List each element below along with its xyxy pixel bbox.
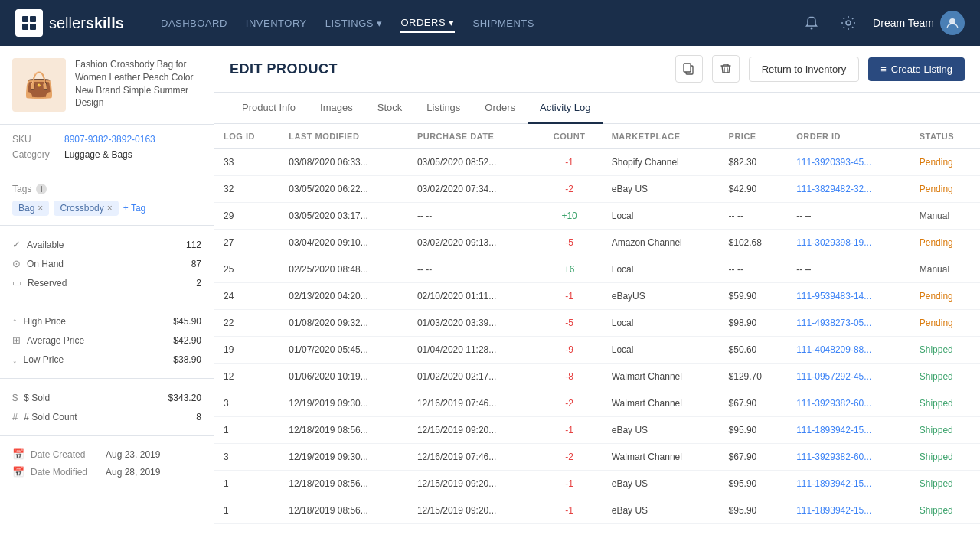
category-value: Luggage & Bags bbox=[64, 149, 132, 160]
cell-marketplace: eBay US bbox=[603, 471, 720, 497]
svg-rect-0 bbox=[22, 16, 28, 22]
sidebar: 👜 Fashion Crossbody Bag for Women Leathe… bbox=[0, 46, 214, 551]
cell-order-id[interactable]: 111-0957292-45... bbox=[787, 364, 910, 390]
low-price-icon: ↓ bbox=[12, 354, 18, 365]
sold-dollar-stat: $ $ Sold $343.20 bbox=[12, 388, 201, 407]
cell-order-id[interactable]: 111-3829482-32... bbox=[787, 176, 910, 203]
sidebar-product: 👜 Fashion Crossbody Bag for Women Leathe… bbox=[0, 46, 214, 125]
duplicate-button[interactable] bbox=[675, 55, 703, 83]
create-listing-icon: ≡ bbox=[880, 64, 887, 75]
cell-price: $67.90 bbox=[720, 390, 788, 417]
add-tag-button[interactable]: + Tag bbox=[123, 203, 145, 214]
sidebar-dates: 📅 Date Created Aug 23, 2019 📅 Date Modif… bbox=[0, 436, 214, 490]
nav-inventory[interactable]: INVENTORY bbox=[246, 15, 307, 32]
date-modified-value: Aug 28, 2019 bbox=[106, 467, 160, 478]
tab-stock[interactable]: Stock bbox=[365, 93, 415, 124]
table-row: 1 12/18/2019 08:56... 12/15/2019 09:20..… bbox=[214, 417, 980, 444]
nav-dashboard[interactable]: DASHBOARD bbox=[161, 15, 227, 32]
tag-bag: Bag × bbox=[12, 201, 49, 216]
svg-rect-3 bbox=[30, 24, 36, 30]
cell-order-id[interactable]: 111-4938273-05... bbox=[787, 310, 910, 337]
cell-order-id[interactable]: 111-3929382-60... bbox=[787, 444, 910, 471]
cell-status: Pending bbox=[910, 310, 980, 337]
tab-product-info[interactable]: Product Info bbox=[230, 93, 308, 124]
product-name: Fashion Crossbody Bag for Women Leather … bbox=[75, 58, 201, 109]
col-purchase-date: PURCHASE DATE bbox=[408, 124, 537, 149]
logo-icon bbox=[15, 9, 43, 37]
cell-price: $102.68 bbox=[720, 230, 788, 256]
cell-last-modified: 12/18/2019 08:56... bbox=[279, 497, 408, 524]
tab-activity-log[interactable]: Activity Log bbox=[528, 93, 603, 124]
delete-button[interactable] bbox=[712, 55, 740, 83]
high-price-value: $45.90 bbox=[173, 316, 201, 327]
date-created-row: 📅 Date Created Aug 23, 2019 bbox=[12, 445, 201, 463]
svg-point-5 bbox=[846, 21, 851, 25]
table-body: 33 03/08/2020 06:33... 03/05/2020 08:52.… bbox=[214, 149, 980, 524]
tab-images[interactable]: Images bbox=[308, 93, 365, 124]
date-created-value: Aug 23, 2019 bbox=[106, 449, 160, 460]
cell-marketplace: Local bbox=[603, 256, 720, 283]
notifications-icon[interactable] bbox=[799, 11, 824, 35]
nav-orders[interactable]: ORDERS ▾ bbox=[400, 14, 454, 33]
col-log-id: LOG ID bbox=[214, 124, 279, 149]
return-to-inventory-button[interactable]: Return to Inventory bbox=[749, 57, 860, 82]
user-menu[interactable]: Dream Team bbox=[873, 11, 965, 35]
count-icon: # bbox=[12, 411, 18, 422]
cell-count: +6 bbox=[536, 256, 602, 283]
cell-marketplace: eBay US bbox=[603, 497, 720, 524]
sku-row: SKU 8907-9382-3892-0163 bbox=[12, 134, 201, 145]
cell-marketplace: Local bbox=[603, 310, 720, 337]
nav-right: Dream Team bbox=[799, 11, 965, 35]
tag-crossbody-remove[interactable]: × bbox=[107, 203, 113, 214]
table-row: 33 03/08/2020 06:33... 03/05/2020 08:52.… bbox=[214, 149, 980, 176]
cell-purchase-date: 03/02/2020 07:34... bbox=[408, 176, 537, 203]
table-row: 1 12/18/2019 08:56... 12/15/2019 09:20..… bbox=[214, 471, 980, 497]
svg-rect-1 bbox=[30, 16, 36, 22]
cell-purchase-date: 03/02/2020 09:13... bbox=[408, 230, 537, 256]
high-price-icon: ↑ bbox=[12, 315, 18, 327]
cell-order-id[interactable]: 111-1893942-15... bbox=[787, 471, 910, 497]
cell-last-modified: 03/08/2020 06:33... bbox=[279, 149, 408, 176]
cell-status: Shipped bbox=[910, 364, 980, 390]
cell-marketplace: eBayUS bbox=[603, 283, 720, 310]
col-last-modified: LAST MODIFIED bbox=[279, 124, 408, 149]
cell-count: -5 bbox=[536, 310, 602, 337]
settings-icon[interactable] bbox=[836, 11, 861, 35]
sold-dollar-value: $343.20 bbox=[168, 393, 201, 403]
available-icon: ✓ bbox=[12, 239, 21, 250]
cell-order-id[interactable]: 111-4048209-88... bbox=[787, 337, 910, 364]
cell-count: -1 bbox=[536, 417, 602, 444]
brand-skills: skills bbox=[86, 15, 124, 31]
cell-order-id[interactable]: 111-9539483-14... bbox=[787, 283, 910, 310]
nav-listings[interactable]: LISTINGS ▾ bbox=[325, 15, 383, 32]
cell-order-id[interactable]: 111-3029398-19... bbox=[787, 230, 910, 256]
cell-log-id: 25 bbox=[214, 256, 279, 283]
tag-bag-remove[interactable]: × bbox=[38, 203, 43, 214]
cell-order-id: -- -- bbox=[787, 203, 910, 230]
cell-purchase-date: 12/15/2019 09:20... bbox=[408, 417, 537, 444]
cell-last-modified: 12/18/2019 08:56... bbox=[279, 417, 408, 444]
tab-orders[interactable]: Orders bbox=[472, 93, 528, 124]
cell-marketplace: Local bbox=[603, 203, 720, 230]
create-listing-button[interactable]: ≡ Create Listing bbox=[868, 57, 965, 81]
main-layout: 👜 Fashion Crossbody Bag for Women Leathe… bbox=[0, 46, 980, 551]
chevron-down-icon: ▾ bbox=[449, 17, 455, 28]
brand-logo[interactable]: sellerskills bbox=[15, 9, 138, 37]
cell-last-modified: 03/05/2020 06:22... bbox=[279, 176, 408, 203]
category-label: Category bbox=[12, 149, 58, 160]
cell-count: -8 bbox=[536, 364, 602, 390]
cell-purchase-date: 12/16/2019 07:46... bbox=[408, 444, 537, 471]
reserved-stat: ▭ Reserved 2 bbox=[12, 273, 201, 292]
cell-marketplace: Walmart Channel bbox=[603, 364, 720, 390]
cell-order-id[interactable]: 111-1893942-15... bbox=[787, 497, 910, 524]
col-status: STATUS bbox=[910, 124, 980, 149]
nav-shipments[interactable]: SHIPMENTS bbox=[473, 15, 534, 32]
tab-listings[interactable]: Listings bbox=[414, 93, 472, 124]
cell-purchase-date: 03/05/2020 08:52... bbox=[408, 149, 537, 176]
sku-value[interactable]: 8907-9382-3892-0163 bbox=[64, 134, 155, 145]
sold-count-stat: # # Sold Count 8 bbox=[12, 407, 201, 426]
cell-order-id[interactable]: 111-3920393-45... bbox=[787, 149, 910, 176]
cell-order-id[interactable]: 111-3929382-60... bbox=[787, 390, 910, 417]
main-nav: DASHBOARD INVENTORY LISTINGS ▾ ORDERS ▾ … bbox=[161, 14, 776, 33]
cell-order-id[interactable]: 111-1893942-15... bbox=[787, 417, 910, 444]
